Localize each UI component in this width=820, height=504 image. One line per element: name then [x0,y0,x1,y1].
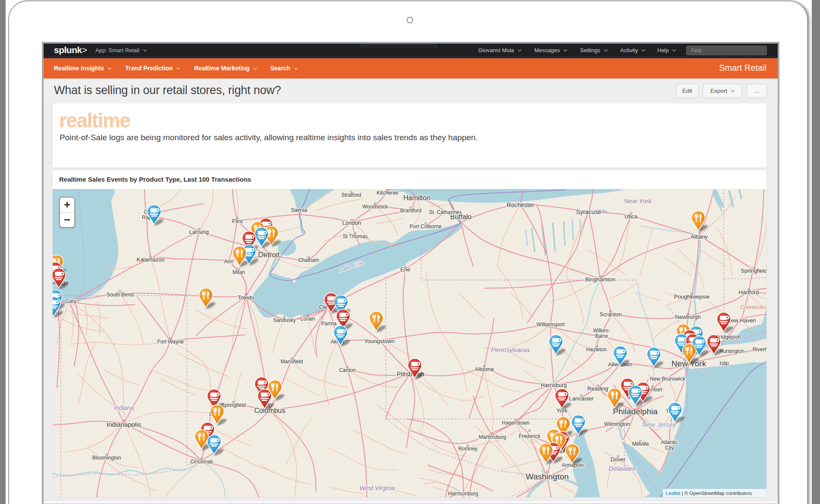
svg-text:New Jersey: New Jersey [642,421,677,428]
svg-text:Parma: Parma [321,321,337,327]
svg-text:Hamilton: Hamilton [403,194,430,202]
svg-text:Altoona: Altoona [475,366,494,372]
svg-text:Gary: Gary [65,298,76,304]
svg-text:Newburgh: Newburgh [675,314,700,320]
svg-text:Pennsylvania: Pennsylvania [491,346,529,353]
svg-text:New Brunswick: New Brunswick [650,376,686,382]
svg-text:Syracuse: Syracuse [576,208,602,215]
svg-text:Delaware: Delaware [609,465,636,472]
svg-text:Connecticut: Connecticut [740,304,766,310]
svg-text:Utica: Utica [624,213,637,220]
svg-text:Leaflet | © OpenStreetMap cont: Leaflet | © OpenStreetMap contributors [665,491,752,496]
svg-text:Youngstown: Youngstown [364,338,394,344]
svg-text:West Virginia: West Virginia [360,485,395,491]
svg-text:Frederick: Frederick [519,433,541,439]
svg-text:Scranton: Scranton [599,311,622,318]
svg-text:Springfield: Springfield [741,268,766,274]
svg-text:Flint: Flint [232,218,243,224]
svg-text:Barre: Barre [595,333,608,339]
svg-text:Rochester: Rochester [507,202,534,208]
svg-text:Harrisonburg: Harrisonburg [448,491,478,497]
svg-text:Binghamton: Binghamton [585,276,615,283]
svg-text:Kalamazoo: Kalamazoo [136,256,164,263]
svg-text:Washington: Washington [526,472,569,481]
svg-text:Indianapolis: Indianapolis [107,421,141,428]
svg-text:Islip: Islip [719,360,729,366]
svg-text:Riverh: Riverh [753,346,766,353]
svg-text:Hartford: Hartford [739,289,759,296]
svg-text:Dover: Dover [611,456,626,463]
svg-text:Huntington: Huntington [719,348,744,354]
svg-text:Lansing: Lansing [189,229,209,235]
svg-text:South Bend: South Bend [107,292,134,298]
svg-text:Lancaster: Lancaster [569,395,594,402]
svg-text:Ann: Ann [224,258,233,265]
svg-text:Philadelphia: Philadelphia [613,407,658,416]
svg-text:Poughkeepsie: Poughkeepsie [674,293,710,300]
svg-text:New Haven: New Haven [727,317,756,324]
svg-text:Wilkes-: Wilkes- [593,328,610,334]
svg-text:New York: New York [624,197,652,205]
svg-text:Albany: Albany [691,233,708,240]
svg-text:Atlantic: Atlantic [661,439,678,445]
svg-text:Detroit: Detroit [258,251,280,259]
svg-text:Reading: Reading [587,385,608,392]
svg-text:Williamsport: Williamsport [536,321,565,328]
svg-text:Harrisburg: Harrisburg [541,382,567,388]
svg-text:St. Catharines: St. Catharines [429,209,462,215]
svg-text:Wilmington: Wilmington [604,421,630,427]
svg-text:Indiana: Indiana [114,404,134,411]
svg-text:Erie: Erie [400,266,410,273]
svg-text:Sarnia: Sarnia [291,207,307,213]
svg-text:London: London [342,220,361,226]
svg-text:City: City [665,445,674,451]
